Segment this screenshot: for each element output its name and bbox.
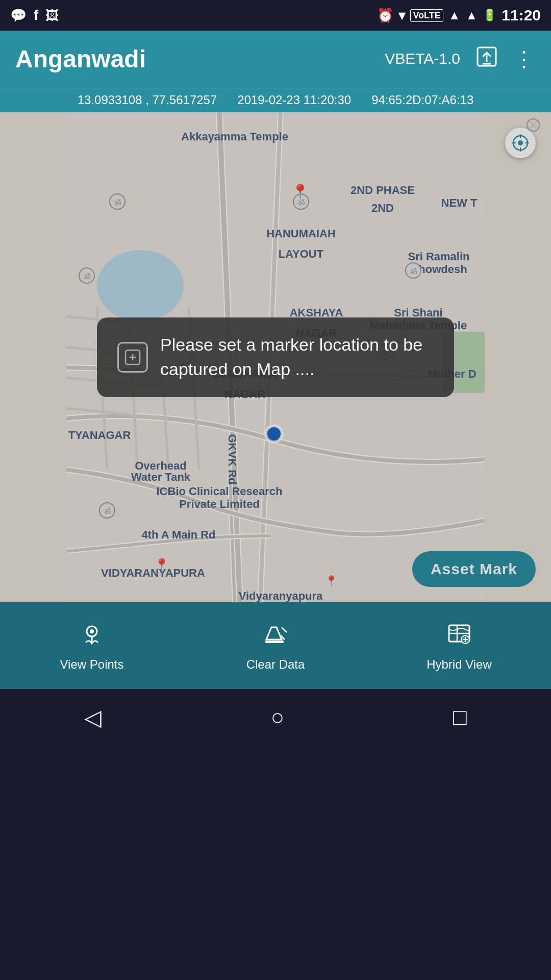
signal2-icon: ▲ [466,8,478,22]
info-bar: 13.0933108 , 77.5617257 2019-02-23 11:20… [0,87,551,112]
toast-marker-icon [117,342,148,373]
status-right-icons: ⏰ ▾ VoLTE ▲ ▲ 🔋 11:20 [377,7,541,24]
clear-data-button[interactable]: Clear Data [184,620,367,672]
toast-overlay: Please set a marker location to be captu… [0,112,551,602]
datetime-text: 2019-02-23 11:20:30 [237,93,351,107]
view-points-icon [79,620,105,652]
app-bar: Anganwadi VBETA-1.0 ⋮ [0,31,551,87]
export-button[interactable] [475,45,498,72]
hybrid-view-label: Hybrid View [427,657,492,672]
navigation-bar: ◁ ○ □ [0,689,551,745]
toast-close-icon[interactable] [525,117,541,137]
device-id-text: 94:65:2D:07:A6:13 [371,93,473,107]
signal1-icon: ▲ [448,8,461,22]
view-points-label: View Points [60,657,124,672]
clear-data-icon [262,620,289,652]
recents-button[interactable]: □ [438,699,482,735]
more-options-button[interactable]: ⋮ [513,46,536,71]
clock: 11:20 [502,7,541,24]
gallery-icon: 🖼 [45,8,59,23]
toast-message: Please set a marker location to be captu… [160,333,434,381]
alarm-icon: ⏰ [377,8,393,23]
version-label: VBETA-1.0 [385,50,460,67]
toast-box: Please set a marker location to be captu… [97,317,454,397]
clear-data-label: Clear Data [246,657,305,672]
bottom-toolbar: View Points Clear Data [0,602,551,689]
app-bar-right: VBETA-1.0 ⋮ [385,45,536,72]
battery-icon: 🔋 [483,9,496,22]
chat-icon: 💬 [10,8,27,23]
svg-rect-90 [265,641,284,643]
status-left-icons: 💬 f 🖼 [10,7,59,23]
view-points-button[interactable]: View Points [0,620,184,672]
svg-point-89 [90,629,94,633]
wifi-icon: ▾ [398,8,405,23]
coordinates-text: 13.0933108 , 77.5617257 [78,93,217,107]
hybrid-view-button[interactable]: Hybrid View [367,620,551,672]
back-button[interactable]: ◁ [69,699,117,736]
status-bar: 💬 f 🖼 ⏰ ▾ VoLTE ▲ ▲ 🔋 11:20 [0,0,551,31]
facebook-icon: f [34,7,38,23]
home-button[interactable]: ○ [255,699,299,735]
map-container[interactable]: Akkayamma Temple HANUMAIAH LAYOUT 2ND PH… [0,112,551,602]
volte-badge: VoLTE [410,9,443,22]
hybrid-view-icon [446,620,472,652]
app-title: Anganwadi [15,45,146,73]
